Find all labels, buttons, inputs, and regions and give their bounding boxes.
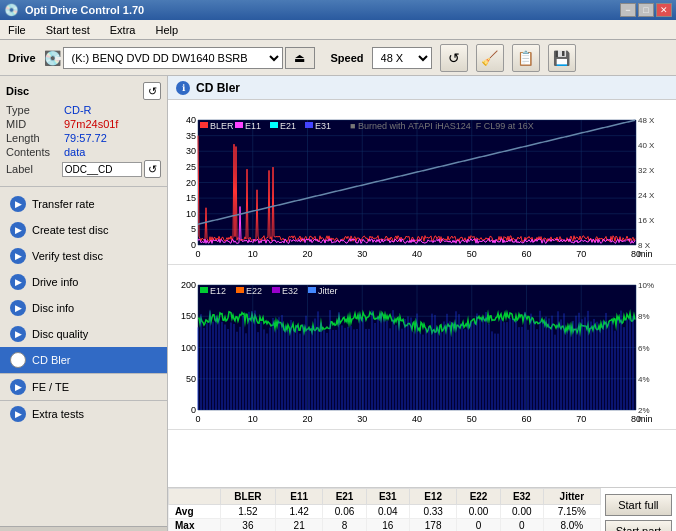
disc-panel: Disc ↺ Type CD-R MID 97m24s01f Length 79… [0,76,167,187]
disc-header-label: Disc [6,85,29,97]
disc-label-input[interactable] [62,162,142,177]
verify-test-disc-icon: ▶ [10,248,26,264]
drive-info-icon: ▶ [10,274,26,290]
speed-select[interactable]: 48 X [372,47,432,69]
disc-mid-row: MID 97m24s01f [6,118,161,130]
disc-quality-label: Disc quality [32,328,88,340]
start-full-button[interactable]: Start full [605,494,672,516]
drive-info-label: Drive info [32,276,78,288]
menu-file[interactable]: File [4,22,30,38]
start-part-button[interactable]: Start part [605,520,672,532]
max-bler: 36 [220,519,275,532]
close-button[interactable]: ✕ [656,3,672,17]
extra-tests-label: Extra tests [32,408,84,420]
sidebar-item-create-test-disc[interactable]: ▶ Create test disc [0,217,167,243]
stats-col-e12: E12 [409,489,456,505]
eject-button[interactable]: ⏏ [285,47,315,69]
charts-area [168,100,676,487]
sidebar-item-extra-tests[interactable]: ▶ Extra tests [0,400,167,427]
cd-bler-label: CD Bler [32,354,71,366]
disc-type-row: Type CD-R [6,104,161,116]
title-text: Opti Drive Control 1.70 [25,4,144,16]
max-e31: 16 [366,519,409,532]
titlebar-controls: − □ ✕ [620,3,672,17]
status-window-button[interactable]: Status window >> [0,526,167,531]
avg-jitter: 7.15% [543,505,600,519]
fe-te-label: FE / TE [32,381,69,393]
chart2-canvas [168,265,676,430]
max-e32: 0 [500,519,543,532]
menu-help[interactable]: Help [151,22,182,38]
minimize-button[interactable]: − [620,3,636,17]
avg-e12: 0.33 [409,505,456,519]
sidebar-item-cd-bler[interactable]: ▶ CD Bler [0,347,167,373]
maximize-button[interactable]: □ [638,3,654,17]
disc-mid-label: MID [6,118,64,130]
refresh-button[interactable]: ↺ [440,44,468,72]
max-jitter: 8.0% [543,519,600,532]
drive-label: Drive [8,52,36,64]
disc-type-value: CD-R [64,104,92,116]
stats-col-e32: E32 [500,489,543,505]
save-button[interactable]: 💾 [548,44,576,72]
chart1-canvas [168,100,676,265]
speed-label: Speed [331,52,364,64]
chart2-area [168,265,676,430]
max-e11: 21 [275,519,322,532]
sidebar-item-disc-info[interactable]: ▶ Disc info [0,295,167,321]
stats-col-e21: E21 [323,489,366,505]
disc-label-row: Label ↺ [6,160,161,178]
table-row: Max 36 21 8 16 178 0 0 8.0% [169,519,601,532]
menu-extra[interactable]: Extra [106,22,140,38]
disc-info-icon: ▶ [10,300,26,316]
disc-label-refresh[interactable]: ↺ [144,160,161,178]
disc-contents-label: Contents [6,146,64,158]
create-test-disc-label: Create test disc [32,224,108,236]
stats-col-blank [169,489,221,505]
disc-refresh-button[interactable]: ↺ [143,82,161,100]
disc-quality-icon: ▶ [10,326,26,342]
sidebar-item-verify-test-disc[interactable]: ▶ Verify test disc [0,243,167,269]
avg-e31: 0.04 [366,505,409,519]
table-row: Avg 1.52 1.42 0.06 0.04 0.33 0.00 0.00 7… [169,505,601,519]
bler-header: ℹ CD Bler [168,76,676,100]
sidebar-item-transfer-rate[interactable]: ▶ Transfer rate [0,191,167,217]
stats-table: BLER E11 E21 E31 E12 E22 E32 Jitter Avg [168,488,601,531]
max-label: Max [169,519,221,532]
disc-label-label: Label [6,163,62,175]
verify-test-disc-label: Verify test disc [32,250,103,262]
drivebar: Drive 💽 (K:) BENQ DVD DD DW1640 BSRB ⏏ S… [0,40,676,76]
disc-contents-value: data [64,146,85,158]
drive-select[interactable]: (K:) BENQ DVD DD DW1640 BSRB [63,47,283,69]
max-e21: 8 [323,519,366,532]
disc-mid-value: 97m24s01f [64,118,118,130]
menubar: File Start test Extra Help [0,20,676,40]
bler-title: CD Bler [196,81,240,95]
sidebar-item-drive-info[interactable]: ▶ Drive info [0,269,167,295]
max-e12: 178 [409,519,456,532]
cd-bler-icon: ▶ [10,352,26,368]
sidebar-item-disc-quality[interactable]: ▶ Disc quality [0,321,167,347]
transfer-rate-icon: ▶ [10,196,26,212]
disc-info-label: Disc info [32,302,74,314]
disc-length-value: 79:57.72 [64,132,107,144]
sidebar-item-fe-te[interactable]: ▶ FE / TE [0,373,167,400]
stats-section: BLER E11 E21 E31 E12 E22 E32 Jitter Avg [168,487,676,531]
navigation: ▶ Transfer rate ▶ Create test disc ▶ Ver… [0,187,167,526]
menu-start-test[interactable]: Start test [42,22,94,38]
transfer-rate-label: Transfer rate [32,198,95,210]
eraser-button[interactable]: 🧹 [476,44,504,72]
copy-button[interactable]: 📋 [512,44,540,72]
stats-col-e31: E31 [366,489,409,505]
avg-e32: 0.00 [500,505,543,519]
extra-tests-icon: ▶ [10,406,26,422]
main-layout: Disc ↺ Type CD-R MID 97m24s01f Length 79… [0,76,676,531]
fe-te-icon: ▶ [10,379,26,395]
avg-e11: 1.42 [275,505,322,519]
disc-length-label: Length [6,132,64,144]
disc-type-label: Type [6,104,64,116]
max-e22: 0 [457,519,500,532]
titlebar: 💿 Opti Drive Control 1.70 − □ ✕ [0,0,676,20]
create-test-disc-icon: ▶ [10,222,26,238]
disc-length-row: Length 79:57.72 [6,132,161,144]
